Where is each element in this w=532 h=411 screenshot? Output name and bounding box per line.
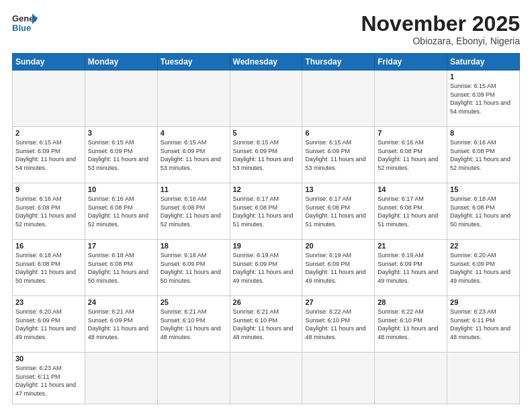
table-row: 19Sunrise: 6:19 AM Sunset: 6:09 PM Dayli…	[230, 240, 302, 296]
col-sunday: Sunday	[13, 54, 85, 71]
day-number: 2	[15, 129, 82, 137]
day-number: 12	[233, 185, 300, 193]
table-row	[230, 71, 302, 127]
day-number: 19	[233, 242, 300, 250]
day-number: 23	[15, 298, 82, 306]
day-number: 10	[88, 185, 154, 193]
logo-icon: General Blue	[12, 12, 38, 34]
day-info: Sunrise: 6:16 AM Sunset: 6:08 PM Dayligh…	[88, 195, 154, 228]
day-number: 5	[233, 129, 300, 137]
day-number: 21	[378, 242, 444, 250]
calendar-table: Sunday Monday Tuesday Wednesday Thursday…	[12, 53, 520, 404]
table-row	[157, 71, 230, 127]
day-number: 3	[88, 129, 154, 137]
day-info: Sunrise: 6:21 AM Sunset: 6:10 PM Dayligh…	[161, 308, 227, 341]
day-number: 27	[305, 298, 371, 306]
col-wednesday: Wednesday	[230, 54, 302, 71]
calendar-week-row: 16Sunrise: 6:18 AM Sunset: 6:08 PM Dayli…	[13, 240, 520, 296]
table-row	[302, 353, 375, 404]
day-info: Sunrise: 6:18 AM Sunset: 6:09 PM Dayligh…	[161, 251, 227, 285]
logo: General Blue	[12, 12, 38, 34]
table-row: 26Sunrise: 6:21 AM Sunset: 6:10 PM Dayli…	[230, 296, 302, 353]
day-info: Sunrise: 6:17 AM Sunset: 6:08 PM Dayligh…	[305, 195, 371, 228]
page: General Blue November 2025 Obiozara, Ebo…	[0, 0, 532, 411]
table-row: 6Sunrise: 6:15 AM Sunset: 6:09 PM Daylig…	[302, 127, 375, 183]
table-row: 14Sunrise: 6:17 AM Sunset: 6:08 PM Dayli…	[375, 183, 447, 240]
day-info: Sunrise: 6:19 AM Sunset: 6:09 PM Dayligh…	[233, 251, 300, 285]
day-info: Sunrise: 6:16 AM Sunset: 6:08 PM Dayligh…	[161, 195, 227, 228]
day-info: Sunrise: 6:21 AM Sunset: 6:09 PM Dayligh…	[88, 308, 154, 341]
table-row: 22Sunrise: 6:20 AM Sunset: 6:09 PM Dayli…	[447, 240, 520, 296]
table-row: 29Sunrise: 6:23 AM Sunset: 6:11 PM Dayli…	[447, 296, 520, 353]
calendar-week-row: 23Sunrise: 6:20 AM Sunset: 6:09 PM Dayli…	[13, 296, 520, 353]
day-info: Sunrise: 6:18 AM Sunset: 6:08 PM Dayligh…	[88, 251, 154, 285]
table-row: 20Sunrise: 6:19 AM Sunset: 6:09 PM Dayli…	[302, 240, 375, 296]
day-number: 6	[305, 129, 371, 137]
table-row	[230, 353, 302, 404]
day-info: Sunrise: 6:16 AM Sunset: 6:08 PM Dayligh…	[378, 138, 444, 172]
table-row: 10Sunrise: 6:16 AM Sunset: 6:08 PM Dayli…	[85, 183, 157, 240]
day-number: 26	[233, 298, 300, 306]
day-number: 25	[161, 298, 227, 306]
calendar-week-row: 9Sunrise: 6:16 AM Sunset: 6:08 PM Daylig…	[13, 183, 520, 240]
table-row: 1Sunrise: 6:15 AM Sunset: 6:09 PM Daylig…	[447, 71, 520, 127]
table-row: 23Sunrise: 6:20 AM Sunset: 6:09 PM Dayli…	[13, 296, 85, 353]
table-row: 15Sunrise: 6:18 AM Sunset: 6:08 PM Dayli…	[447, 183, 520, 240]
day-info: Sunrise: 6:18 AM Sunset: 6:08 PM Dayligh…	[15, 251, 82, 285]
table-row: 16Sunrise: 6:18 AM Sunset: 6:08 PM Dayli…	[13, 240, 85, 296]
day-info: Sunrise: 6:15 AM Sunset: 6:09 PM Dayligh…	[15, 138, 82, 172]
table-row	[157, 353, 230, 404]
day-number: 17	[88, 242, 154, 250]
table-row: 12Sunrise: 6:17 AM Sunset: 6:08 PM Dayli…	[230, 183, 302, 240]
day-info: Sunrise: 6:22 AM Sunset: 6:10 PM Dayligh…	[378, 308, 444, 341]
day-info: Sunrise: 6:16 AM Sunset: 6:08 PM Dayligh…	[450, 138, 517, 172]
calendar-week-row: 2Sunrise: 6:15 AM Sunset: 6:09 PM Daylig…	[13, 127, 520, 183]
table-row: 18Sunrise: 6:18 AM Sunset: 6:09 PM Dayli…	[157, 240, 230, 296]
day-info: Sunrise: 6:15 AM Sunset: 6:09 PM Dayligh…	[450, 82, 517, 116]
table-row: 9Sunrise: 6:16 AM Sunset: 6:08 PM Daylig…	[13, 183, 85, 240]
day-number: 28	[378, 298, 444, 306]
table-row: 7Sunrise: 6:16 AM Sunset: 6:08 PM Daylig…	[375, 127, 447, 183]
day-number: 15	[450, 185, 517, 193]
table-row	[375, 353, 447, 404]
table-row: 13Sunrise: 6:17 AM Sunset: 6:08 PM Dayli…	[302, 183, 375, 240]
table-row: 25Sunrise: 6:21 AM Sunset: 6:10 PM Dayli…	[157, 296, 230, 353]
day-info: Sunrise: 6:20 AM Sunset: 6:09 PM Dayligh…	[450, 251, 517, 285]
svg-text:Blue: Blue	[12, 23, 31, 33]
day-info: Sunrise: 6:19 AM Sunset: 6:09 PM Dayligh…	[378, 251, 444, 285]
table-row	[375, 71, 447, 127]
table-row: 2Sunrise: 6:15 AM Sunset: 6:09 PM Daylig…	[13, 127, 85, 183]
day-number: 29	[450, 298, 517, 306]
day-info: Sunrise: 6:23 AM Sunset: 6:11 PM Dayligh…	[15, 364, 82, 398]
day-number: 8	[450, 129, 517, 137]
table-row	[13, 71, 85, 127]
col-friday: Friday	[375, 54, 447, 71]
table-row: 24Sunrise: 6:21 AM Sunset: 6:09 PM Dayli…	[85, 296, 157, 353]
table-row: 8Sunrise: 6:16 AM Sunset: 6:08 PM Daylig…	[447, 127, 520, 183]
calendar-week-row: 1Sunrise: 6:15 AM Sunset: 6:09 PM Daylig…	[13, 71, 520, 127]
table-row: 3Sunrise: 6:15 AM Sunset: 6:09 PM Daylig…	[85, 127, 157, 183]
title-block: November 2025 Obiozara, Ebonyi, Nigeria	[361, 12, 520, 46]
day-number: 11	[161, 185, 227, 193]
day-number: 14	[378, 185, 444, 193]
day-number: 7	[378, 129, 444, 137]
col-saturday: Saturday	[447, 54, 520, 71]
subtitle: Obiozara, Ebonyi, Nigeria	[361, 36, 520, 46]
table-row	[85, 353, 157, 404]
day-number: 13	[305, 185, 371, 193]
day-info: Sunrise: 6:15 AM Sunset: 6:09 PM Dayligh…	[161, 138, 227, 172]
day-number: 4	[161, 129, 227, 137]
table-row: 30Sunrise: 6:23 AM Sunset: 6:11 PM Dayli…	[13, 353, 85, 404]
calendar-week-row: 30Sunrise: 6:23 AM Sunset: 6:11 PM Dayli…	[13, 353, 520, 404]
col-thursday: Thursday	[302, 54, 375, 71]
table-row: 27Sunrise: 6:22 AM Sunset: 6:10 PM Dayli…	[302, 296, 375, 353]
day-number: 22	[450, 242, 517, 250]
table-row: 21Sunrise: 6:19 AM Sunset: 6:09 PM Dayli…	[375, 240, 447, 296]
day-number: 20	[305, 242, 371, 250]
header: General Blue November 2025 Obiozara, Ebo…	[12, 12, 520, 46]
day-info: Sunrise: 6:18 AM Sunset: 6:08 PM Dayligh…	[450, 195, 517, 228]
day-number: 1	[450, 73, 517, 81]
day-info: Sunrise: 6:15 AM Sunset: 6:09 PM Dayligh…	[305, 138, 371, 172]
table-row: 4Sunrise: 6:15 AM Sunset: 6:09 PM Daylig…	[157, 127, 230, 183]
day-number: 18	[161, 242, 227, 250]
